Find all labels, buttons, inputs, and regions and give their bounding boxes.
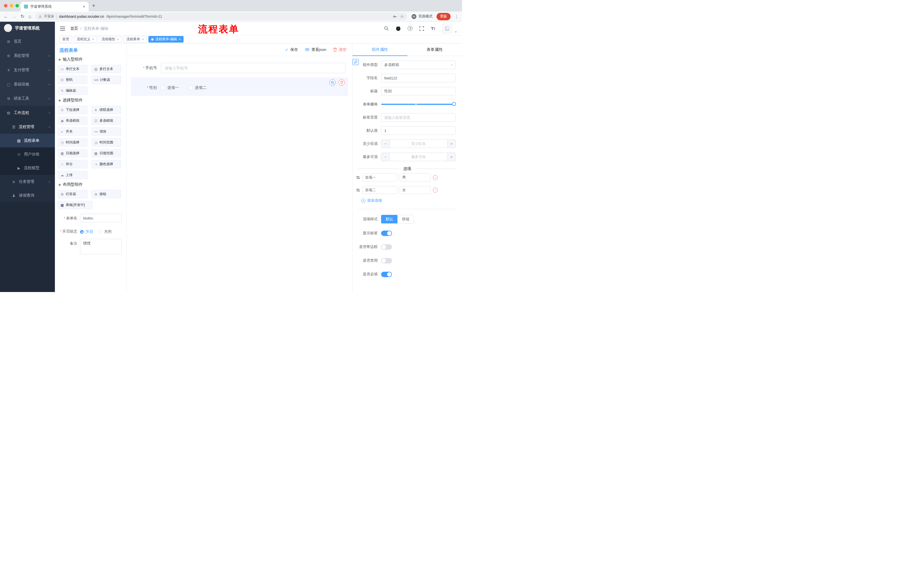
palette-item-switch[interactable]: ◐开关	[58, 127, 87, 136]
collapse-menu-icon[interactable]	[60, 26, 65, 31]
palette-item-time-range[interactable]: ◶时间范围	[91, 138, 121, 146]
sidebar-item-home[interactable]: ⊞ 首页	[0, 34, 55, 49]
close-icon[interactable]: ×	[142, 38, 144, 41]
palette-item-rate[interactable]: ☆评分	[58, 160, 87, 168]
min-select-input[interactable]	[390, 140, 447, 148]
disabled-toggle[interactable]	[381, 258, 392, 263]
palette-item-single-line[interactable]: ▭单行文本	[58, 65, 87, 73]
palette-item-table[interactable]: ▦表格[开发中]	[58, 201, 92, 209]
palette-item-time-picker[interactable]: ◷时间选择	[58, 138, 87, 146]
copy-component-button[interactable]	[329, 79, 336, 86]
remove-option-icon[interactable]: −	[433, 175, 438, 180]
phone-input[interactable]	[161, 63, 345, 73]
form-grid-slider[interactable]	[381, 104, 454, 105]
fullscreen-icon[interactable]	[419, 26, 424, 31]
window-zoom-button[interactable]	[15, 4, 19, 7]
palette-item-upload[interactable]: ☁上传	[58, 171, 87, 179]
style-default-button[interactable]: 默认	[381, 215, 398, 224]
component-type-select[interactable]: 多选框组 ▼	[381, 61, 456, 69]
new-tab-button[interactable]: +	[92, 3, 95, 9]
address-bar[interactable]: ⚠ 不安全 dashboard.yudao.iocoder.cn /bpm/ma…	[35, 13, 408, 20]
max-select-input[interactable]	[390, 153, 447, 161]
minus-button[interactable]: −	[381, 153, 390, 161]
palette-item-checkbox-group[interactable]: ☑多选框组	[91, 117, 121, 125]
gender-option-1-checkbox[interactable]: 选项一	[161, 85, 179, 90]
gender-option-2-checkbox[interactable]: 选项二	[189, 85, 207, 90]
plus-button[interactable]: +	[447, 153, 456, 161]
palette-item-date-picker[interactable]: ▦日期选择	[58, 149, 87, 158]
border-toggle[interactable]	[381, 244, 392, 250]
search-icon[interactable]	[384, 26, 389, 31]
option-value-input[interactable]	[400, 173, 431, 181]
required-toggle[interactable]	[381, 272, 392, 277]
home-icon[interactable]: ⌂	[28, 14, 31, 19]
sidebar-item-process-model[interactable]: ▶ 流程模型	[0, 161, 55, 175]
sidebar-item-user-group[interactable]: ⊙ 用户分组	[0, 147, 55, 161]
view-json-button[interactable]: 查看json	[305, 47, 326, 52]
browser-menu-icon[interactable]: ⋮	[455, 15, 459, 18]
palette-item-date-range[interactable]: ▩日期范围	[91, 149, 121, 158]
update-button[interactable]: 更新	[437, 13, 450, 20]
browser-tab[interactable]: 芋道管理系统 ×	[21, 2, 89, 12]
canvas-field-gender-selected[interactable]: 性别 选项一 选项二	[130, 77, 348, 96]
delete-component-button[interactable]	[338, 79, 345, 86]
window-minimize-button[interactable]	[10, 4, 13, 7]
palette-item-radio-group[interactable]: ◉单选框组	[58, 117, 87, 125]
help-icon[interactable]: ?	[408, 26, 412, 31]
back-icon[interactable]: ←	[3, 14, 8, 19]
view-tab-process-form[interactable]: 流程表单 ×	[124, 36, 147, 43]
style-button-button[interactable]: 按钮	[398, 215, 414, 224]
palette-item-select[interactable]: ⊙下拉选择	[58, 106, 87, 114]
default-value-input[interactable]	[381, 126, 456, 135]
sidebar-item-process-form[interactable]: ▤ 流程表单	[0, 134, 55, 147]
palette-item-cascader[interactable]: ⋔级联选择	[91, 106, 121, 114]
tab-component-props[interactable]: 组件属性	[353, 43, 408, 56]
sidebar-item-leave-query[interactable]: ♟ 请假查询	[0, 189, 55, 202]
sidebar-item-workflow[interactable]: ⊟ 工作流程 ∧	[0, 106, 55, 120]
show-label-toggle[interactable]	[381, 230, 392, 236]
plus-button[interactable]: +	[447, 140, 456, 148]
palette-item-slider[interactable]: ⊶滑块	[91, 127, 121, 136]
palette-item-password[interactable]: ⊡密码	[58, 76, 87, 84]
sidebar-item-infrastructure[interactable]: ▢ 基础设施 ∨	[0, 77, 55, 91]
font-size-icon[interactable]: TT	[431, 26, 435, 31]
clear-button[interactable]: 清空	[333, 47, 346, 52]
bookmark-star-icon[interactable]: ☆	[400, 14, 404, 19]
status-radio-on[interactable]: 开启	[80, 229, 93, 234]
sidebar-item-payment[interactable]: ¥ 支付管理 ∨	[0, 63, 55, 77]
view-tab-home[interactable]: 首页	[59, 36, 72, 43]
option-value-input[interactable]	[400, 186, 431, 194]
window-close-button[interactable]	[4, 4, 7, 7]
reload-icon[interactable]: ↻	[21, 14, 24, 19]
forward-icon[interactable]: →	[12, 14, 16, 19]
palette-item-color-picker[interactable]: ◑颜色选择	[91, 160, 121, 168]
link-icon[interactable]	[353, 59, 359, 65]
tab-form-props[interactable]: 表单属性	[408, 43, 462, 56]
drag-handle-icon[interactable]	[356, 176, 360, 179]
view-tab-process-form-edit[interactable]: 流程表单-编辑 ×	[148, 36, 183, 43]
sidebar-item-devtools[interactable]: ⚒ 研发工具 ∨	[0, 91, 55, 106]
palette-item-button[interactable]: ⊛按钮	[91, 190, 121, 198]
field-name-input[interactable]	[381, 74, 456, 82]
form-name-input[interactable]	[80, 214, 122, 222]
tab-close-icon[interactable]: ×	[83, 5, 85, 8]
status-radio-off[interactable]: 关闭	[99, 229, 112, 234]
view-tab-process-definition[interactable]: 流程定义 ×	[74, 36, 97, 43]
sidebar-item-system[interactable]: ⚙ 系统管理 ∨	[0, 49, 55, 63]
user-avatar[interactable]	[442, 24, 452, 33]
palette-item-textarea[interactable]: ▤多行文本	[91, 65, 121, 73]
option-label-input[interactable]	[363, 173, 398, 181]
palette-item-row-container[interactable]: ⊞行容器	[58, 190, 87, 198]
github-icon[interactable]	[396, 26, 401, 31]
remark-textarea[interactable]: 嘿嘿	[80, 239, 122, 254]
close-icon[interactable]: ×	[92, 38, 94, 41]
minus-button[interactable]: −	[381, 140, 390, 148]
tag-width-input[interactable]	[381, 113, 456, 122]
breadcrumb-home[interactable]: 首页	[70, 26, 78, 31]
canvas-field-phone[interactable]: 手机号	[130, 60, 348, 76]
title-input[interactable]	[381, 87, 456, 95]
add-option-button[interactable]: + 添加选项	[361, 198, 462, 203]
drag-handle-icon[interactable]	[356, 188, 360, 192]
palette-item-editor[interactable]: ✎编辑器	[58, 87, 87, 95]
slider-handle[interactable]	[452, 102, 456, 106]
